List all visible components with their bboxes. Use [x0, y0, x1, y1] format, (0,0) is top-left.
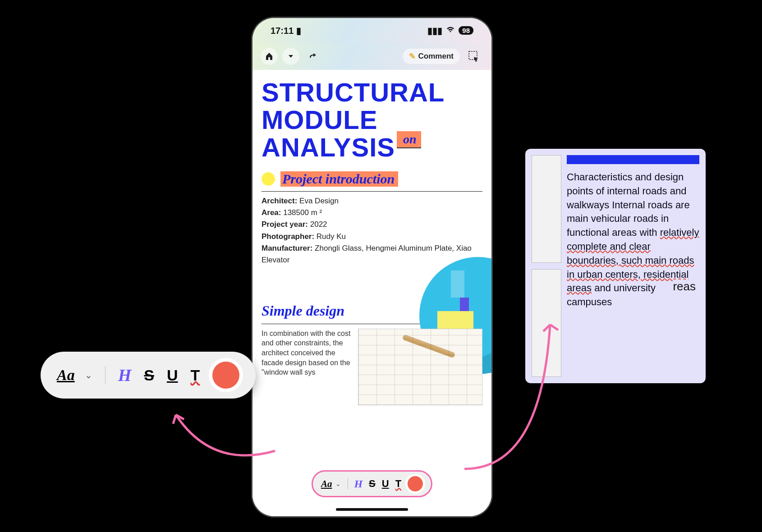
document-canvas[interactable]: STRUCTURAL MODULE ANALYSIS on Project in…: [252, 70, 491, 516]
meta-year-label: Project year:: [262, 220, 308, 229]
meta-photographer-value: Rudy Ku: [317, 232, 346, 241]
phone-frame: 17:11 ▮ ▮▮▮ 98 ✎ Comment: [252, 18, 491, 516]
sidecard-body: Characteristics and design points of int…: [567, 155, 699, 377]
clock-text: 17:11: [271, 26, 294, 36]
color-swatch-red[interactable]: [408, 476, 423, 491]
format-separator-large: [105, 366, 106, 384]
meta-area-value: 138500 m ²: [283, 208, 322, 217]
meta-architect-value: Eva Design: [299, 197, 339, 205]
meta-architect: Architect: Eva Design: [262, 195, 482, 207]
selection-tool-button[interactable]: [464, 47, 483, 66]
meta-year: Project year: 2022: [262, 219, 482, 230]
redo-button[interactable]: [304, 48, 321, 65]
meta-architect-label: Architect:: [262, 197, 297, 205]
sidecard-header-bar: [567, 155, 699, 164]
signal-icon: ▮▮▮: [427, 25, 442, 36]
meta-manufacturer-label: Manufacturer:: [262, 244, 312, 252]
annotation-detail-card: Characteristics and design points of int…: [525, 149, 706, 383]
thumb-2: [532, 269, 561, 377]
thumb-1: [532, 155, 561, 263]
yellow-bullet-icon: [262, 172, 275, 186]
heading-button[interactable]: H: [354, 478, 363, 490]
battery-level: 98: [459, 26, 473, 35]
simple-design-body: In combination with the cost and other c…: [262, 329, 482, 405]
chevron-down-icon-large[interactable]: ⌄: [85, 370, 92, 381]
comment-button[interactable]: ✎ Comment: [403, 49, 460, 64]
home-indicator: [336, 508, 408, 511]
divider-1: [262, 191, 482, 192]
title-line-1: STRUCTURAL MODULE: [262, 78, 444, 134]
chevron-down-icon[interactable]: ⌄: [335, 480, 341, 487]
doc-title: STRUCTURAL MODULE ANALYSIS: [262, 79, 482, 161]
floating-text-fragment: reas: [673, 280, 696, 294]
home-button[interactable]: [261, 48, 278, 65]
wifi-icon: [446, 25, 455, 36]
text-color-button[interactable]: T: [395, 478, 401, 490]
underline-button-large[interactable]: U: [167, 367, 178, 384]
profile-icon: ▮: [296, 26, 301, 36]
title-line-2: ANALYSIS: [262, 133, 395, 162]
undo-dropdown-button[interactable]: [282, 48, 299, 65]
format-bar-callout: Aa ⌄ H S U T: [41, 352, 256, 399]
heading-button-large[interactable]: H: [118, 365, 132, 385]
meta-manufacturer: Manufacturer: Zhongli Glass, Hengmei Alu…: [262, 243, 482, 266]
project-metadata: Architect: Eva Design Area: 138500 m ² P…: [262, 195, 482, 266]
sidecard-thumbs: [532, 155, 561, 377]
font-style-button-large[interactable]: Aa: [57, 367, 75, 384]
simple-design-text: In combination with the cost and other c…: [262, 329, 352, 405]
pencil-icon: [403, 335, 455, 358]
status-right: ▮▮▮ 98: [427, 25, 473, 36]
meta-year-value: 2022: [310, 220, 327, 229]
intro-heading-row: Project introduction: [262, 171, 482, 187]
meta-photographer: Photographer: Rudy Ku: [262, 231, 482, 243]
blueprint-image: [358, 329, 482, 405]
intro-heading: Project introduction: [280, 171, 398, 187]
meta-area: Area: 138500 m ²: [262, 207, 482, 219]
comment-label: Comment: [418, 52, 454, 61]
status-time: 17:11 ▮: [271, 25, 301, 36]
format-bar-inline: Aa ⌄ H S U T: [312, 470, 432, 497]
strikethrough-button[interactable]: S: [369, 478, 376, 490]
strikethrough-button-large[interactable]: S: [144, 367, 154, 384]
meta-photographer-label: Photographer:: [262, 232, 314, 241]
font-style-button[interactable]: Aa: [321, 478, 332, 490]
status-bar: 17:11 ▮ ▮▮▮ 98: [252, 18, 491, 43]
format-separator: [347, 478, 348, 489]
meta-area-label: Area:: [262, 208, 281, 217]
color-swatch-red-large[interactable]: [212, 362, 239, 389]
sticker-on: on: [397, 131, 421, 148]
app-toolbar: ✎ Comment: [252, 43, 491, 70]
underline-button[interactable]: U: [382, 478, 389, 490]
highlighter-icon: ✎: [409, 51, 416, 61]
text-color-button-large[interactable]: T: [191, 367, 200, 384]
